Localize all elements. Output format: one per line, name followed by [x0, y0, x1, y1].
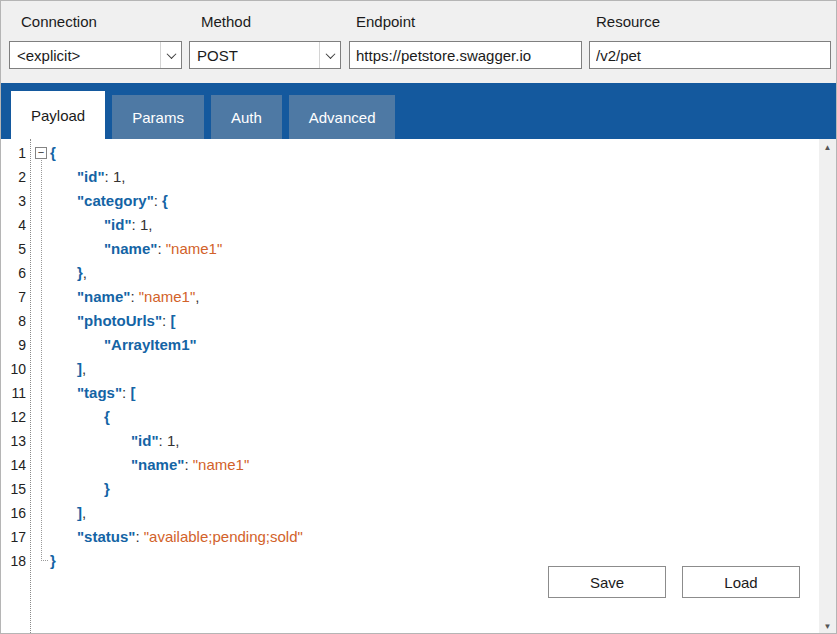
- chevron-down-icon: [166, 49, 176, 59]
- json-token-plain: ,: [82, 360, 86, 377]
- json-token-str: "name1": [193, 456, 250, 473]
- line-number: 11: [1, 381, 30, 405]
- json-token-plain: ,: [175, 432, 179, 449]
- json-token-brace: [: [170, 312, 175, 329]
- code-line[interactable]: "tags": [: [31, 381, 819, 405]
- line-number: 3: [1, 189, 30, 213]
- code-line[interactable]: "id": 1,: [31, 165, 819, 189]
- load-button[interactable]: Load: [682, 566, 800, 598]
- json-token-brace: }: [104, 480, 110, 497]
- editor-buttons: Save Load: [548, 566, 800, 598]
- code-line[interactable]: "name": "name1",: [31, 285, 819, 309]
- endpoint-label: Endpoint: [356, 13, 415, 30]
- json-token-key: "id": [131, 432, 159, 449]
- method-select[interactable]: POST: [189, 41, 341, 69]
- payload-editor: 123456789101112131415161718 −{"id": 1,"c…: [1, 139, 836, 634]
- code-line[interactable]: "name": "name1": [31, 453, 819, 477]
- code-line[interactable]: −{: [31, 141, 819, 165]
- save-button[interactable]: Save: [548, 566, 666, 598]
- json-token-brace: {: [104, 408, 110, 425]
- line-number: 18: [1, 549, 30, 573]
- connection-header: Connection Method Endpoint Resource <exp…: [1, 1, 836, 83]
- json-token-plain: :: [105, 168, 113, 185]
- tab-auth[interactable]: Auth: [211, 95, 282, 139]
- line-number: 14: [1, 453, 30, 477]
- json-token-plain: ,: [82, 504, 86, 521]
- json-token-key: "name": [104, 240, 157, 257]
- line-number: 10: [1, 357, 30, 381]
- tab-payload[interactable]: Payload: [11, 91, 105, 139]
- line-number: 8: [1, 309, 30, 333]
- json-token-num: 1: [167, 432, 175, 449]
- json-token-str: "name1": [139, 288, 196, 305]
- code-line[interactable]: "category": {: [31, 189, 819, 213]
- tab-bar: PayloadParamsAuthAdvanced: [1, 83, 836, 139]
- code-line[interactable]: }: [31, 477, 819, 501]
- line-number: 16: [1, 501, 30, 525]
- line-number: 4: [1, 213, 30, 237]
- code-line[interactable]: "id": 1,: [31, 429, 819, 453]
- resource-label: Resource: [596, 13, 660, 30]
- json-code-area[interactable]: −{"id": 1,"category": {"id": 1,"name": "…: [31, 139, 819, 634]
- rest-client-window: Connection Method Endpoint Resource <exp…: [0, 0, 837, 634]
- line-number: 15: [1, 477, 30, 501]
- json-token-str: "available;pending;sold": [144, 528, 303, 545]
- chevron-down-icon: [325, 49, 335, 59]
- tab-advanced[interactable]: Advanced: [289, 95, 396, 139]
- code-line[interactable]: "status": "available;pending;sold": [31, 525, 819, 549]
- json-token-plain: :: [157, 240, 165, 257]
- code-line[interactable]: "ArrayItem1": [31, 333, 819, 357]
- connection-dropdown-arrow[interactable]: [160, 42, 181, 68]
- json-token-key: "name": [131, 456, 184, 473]
- json-token-key: "id": [104, 216, 132, 233]
- code-line[interactable]: },: [31, 261, 819, 285]
- json-token-brace: {: [50, 144, 56, 161]
- scroll-down-icon[interactable]: ▼: [819, 618, 836, 634]
- code-line[interactable]: "id": 1,: [31, 213, 819, 237]
- json-token-str: "name1": [166, 240, 223, 257]
- json-token-plain: ,: [195, 288, 199, 305]
- connection-select[interactable]: <explicit>: [9, 41, 182, 69]
- json-token-plain: ,: [121, 168, 125, 185]
- line-number-gutter: 123456789101112131415161718: [1, 139, 31, 634]
- json-token-key: "status": [77, 528, 135, 545]
- json-token-brace: [: [130, 384, 135, 401]
- vertical-scrollbar[interactable]: ▲ ▼: [819, 139, 836, 634]
- json-token-num: 1: [113, 168, 121, 185]
- code-line[interactable]: "name": "name1": [31, 237, 819, 261]
- json-token-plain: ,: [83, 264, 87, 281]
- json-token-key: "ArrayItem1": [104, 336, 197, 353]
- line-number: 2: [1, 165, 30, 189]
- line-number: 7: [1, 285, 30, 309]
- json-token-plain: :: [130, 288, 138, 305]
- tab-params[interactable]: Params: [112, 95, 204, 139]
- line-number: 6: [1, 261, 30, 285]
- json-token-key: "name": [77, 288, 130, 305]
- line-number: 1: [1, 141, 30, 165]
- json-token-brace: }: [50, 552, 56, 569]
- json-token-num: 1: [140, 216, 148, 233]
- json-token-key: "category": [77, 192, 154, 209]
- code-line[interactable]: "photoUrls": [: [31, 309, 819, 333]
- json-token-plain: ,: [148, 216, 152, 233]
- line-number: 9: [1, 333, 30, 357]
- scroll-up-icon[interactable]: ▲: [819, 139, 836, 156]
- code-line[interactable]: {: [31, 405, 819, 429]
- json-token-plain: :: [135, 528, 143, 545]
- method-dropdown-arrow[interactable]: [319, 42, 340, 68]
- json-token-plain: :: [159, 432, 167, 449]
- json-token-key: "photoUrls": [77, 312, 162, 329]
- collapse-toggle-icon[interactable]: −: [35, 147, 47, 159]
- line-number: 5: [1, 237, 30, 261]
- code-line[interactable]: ],: [31, 501, 819, 525]
- connection-label: Connection: [21, 13, 97, 30]
- code-line[interactable]: ],: [31, 357, 819, 381]
- json-token-brace: {: [162, 192, 168, 209]
- json-token-key: "tags": [77, 384, 122, 401]
- json-token-plain: :: [132, 216, 140, 233]
- endpoint-input[interactable]: [349, 41, 582, 69]
- method-label: Method: [201, 13, 251, 30]
- line-number: 17: [1, 525, 30, 549]
- line-number: 13: [1, 429, 30, 453]
- resource-input[interactable]: [589, 41, 831, 69]
